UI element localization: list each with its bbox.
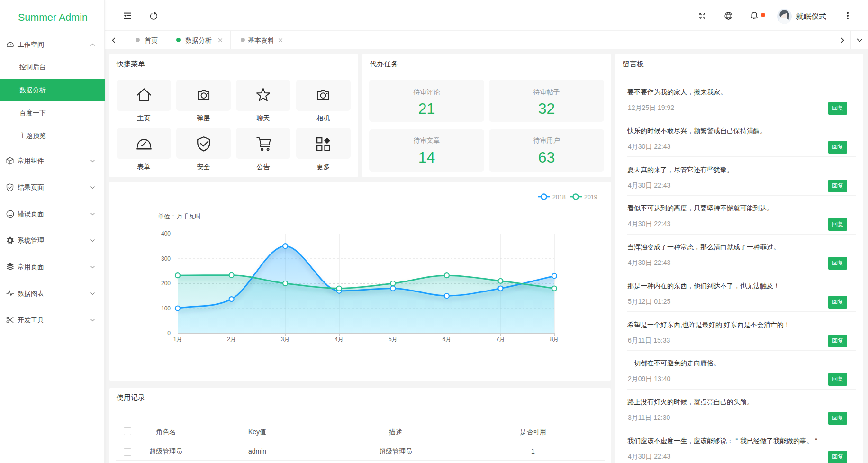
svg-text:2月: 2月	[227, 336, 236, 343]
svg-text:单位：万千瓦时: 单位：万千瓦时	[158, 213, 201, 220]
svg-text:0: 0	[167, 330, 171, 336]
svg-text:6月: 6月	[443, 336, 452, 343]
svg-text:7月: 7月	[496, 336, 505, 343]
svg-text:3月: 3月	[281, 336, 290, 343]
svg-text:100: 100	[161, 305, 171, 312]
svg-text:300: 300	[161, 255, 171, 262]
svg-text:2018: 2018	[552, 194, 566, 200]
svg-text:1月: 1月	[173, 336, 182, 343]
svg-text:2019: 2019	[584, 194, 597, 200]
svg-text:200: 200	[161, 280, 171, 287]
svg-text:8月: 8月	[550, 336, 559, 343]
svg-text:4月: 4月	[335, 336, 344, 343]
svg-text:400: 400	[161, 230, 171, 237]
svg-text:5月: 5月	[389, 336, 398, 343]
